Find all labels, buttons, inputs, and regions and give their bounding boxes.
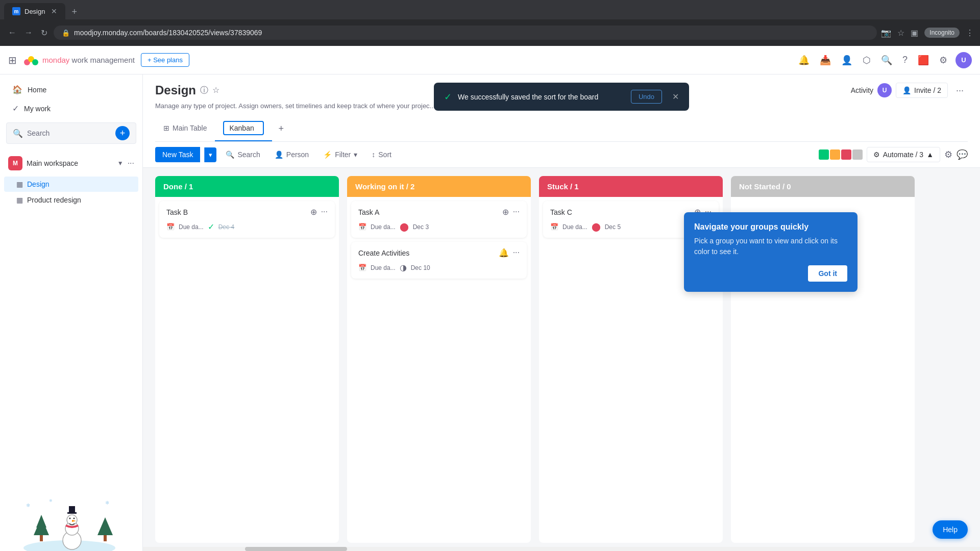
address-bar[interactable]: 🔒 moodjoy.monday.com/boards/1830420525/v… [54,26,877,40]
sidebar-item-home[interactable]: 🏠 Home [4,81,138,98]
back-btn[interactable]: ← [6,26,18,39]
apps-icon[interactable]: 🟥 [916,53,931,68]
kanban-column-done: Done / 1 Task B ⊕ ··· [155,176,339,543]
status-check-icon: ✓ [208,222,214,232]
camera-icon[interactable]: 📷 [881,28,891,38]
column-header-working[interactable]: Working on it / 2 [347,176,531,197]
card-task-b-meta: 📅 Due da... ✓ Dec 4 [166,222,328,232]
filter-action-btn[interactable]: ⚡ Filter ▾ [318,147,362,162]
color-gray[interactable] [852,149,863,160]
toast-close-btn[interactable]: ✕ [672,92,679,102]
automate-btn[interactable]: ⚙ Automate / 3 ▲ [867,147,940,162]
workspace-header[interactable]: M Main workspace ▼ ··· [0,152,142,174]
bell-icon[interactable]: 🔔 [796,53,812,68]
sidebar-icon[interactable]: ▣ [911,28,918,38]
more-options-btn[interactable]: ··· [952,83,968,98]
toast-undo-btn[interactable]: Undo [631,90,662,104]
people-icon[interactable]: 👤 [839,53,854,68]
chat-icon[interactable]: 💬 [957,149,968,160]
refresh-btn[interactable]: ↻ [39,26,50,40]
card-more-btn[interactable]: ··· [321,207,328,217]
see-plans-btn[interactable]: + See plans [141,53,189,67]
svg-rect-8 [104,535,107,541]
card-activities-bell[interactable]: 🔔 [499,248,509,258]
apps-grid-icon[interactable]: ⊞ [8,54,17,66]
sort-action-btn[interactable]: ↕ Sort [366,147,397,162]
svg-text:❄: ❄ [26,503,30,508]
card-a-more-btn[interactable]: ··· [513,207,520,217]
invite-label: Invite / 2 [914,86,941,94]
column-header-done[interactable]: Done / 1 [155,176,339,197]
star-icon[interactable]: ☆ [897,28,904,38]
color-group-bar[interactable] [819,149,863,160]
sidebar-board-product-redesign[interactable]: ▦ Product redesign [4,192,138,208]
card-a-add-btn[interactable]: ⊕ [502,207,509,217]
new-task-btn[interactable]: New Task [155,147,200,162]
search-action-btn[interactable]: 🔍 Search [220,147,265,162]
filter-icon: ⚡ [323,151,332,159]
help-button[interactable]: Help [933,520,968,539]
add-tab-btn[interactable]: + [272,118,290,139]
sidebar-item-mywork[interactable]: ✓ My work [4,99,138,117]
tab-kanban[interactable] [215,116,272,141]
settings-icon[interactable]: ⚙ [937,53,949,68]
new-tab-btn[interactable]: + [67,5,81,19]
card-task-a-meta: 📅 Due da... ⬤ Dec 3 [358,222,520,232]
board-settings-icon[interactable]: ⚙ [944,149,952,160]
workspace-chevron-icon: ▼ [117,160,124,167]
color-orange[interactable] [830,149,840,160]
snowman-illustration: ❄ ❄ ❄ [10,484,112,545]
card-add-btn[interactable]: ⊕ [310,207,317,217]
scrollbar-thumb[interactable] [245,547,347,551]
card-activities-more-btn[interactable]: ··· [513,248,520,258]
board-product-label: Product redesign [27,196,81,204]
active-tab[interactable]: m Design ✕ [4,3,65,19]
new-task-dropdown-btn[interactable]: ▾ [204,147,216,162]
color-red[interactable] [841,149,851,160]
tab-close-btn[interactable]: ✕ [51,7,57,15]
calendar-icon: 📅 [166,223,175,231]
logo-suffix: work management [69,56,135,64]
person-action-btn[interactable]: 👤 Person [270,147,314,162]
workspace-more-icon[interactable]: ··· [128,159,134,168]
task-b-date: Dec 4 [218,223,234,231]
integrations-icon[interactable]: ⬡ [861,53,873,68]
sidebar: 🏠 Home ✓ My work 🔍 Search + M Main works… [0,74,143,551]
svg-marker-5 [36,515,46,528]
column-header-not-started[interactable]: Not Started / 0 [731,176,915,197]
activity-label: Activity [851,86,873,94]
search-icon[interactable]: 🔍 [879,53,894,68]
star-board-icon[interactable]: ☆ [212,85,219,96]
horizontal-scrollbar[interactable] [143,547,980,551]
forward-btn[interactable]: → [22,26,35,39]
card-task-b-title: Task B [166,208,188,216]
logo-brand: monday [42,56,69,64]
invite-btn[interactable]: 👤 Invite / 2 [896,83,948,98]
info-icon[interactable]: ⓘ [200,85,208,96]
column-header-stuck[interactable]: Stuck / 1 [539,176,723,197]
svg-rect-16 [69,506,75,513]
inbox-icon[interactable]: 📥 [818,53,833,68]
user-avatar[interactable]: U [955,52,972,68]
address-text: moodjoy.monday.com/boards/1830420525/vie… [74,29,262,37]
card-activities-meta: 📅 Due da... ◑ Dec 10 [358,263,520,272]
color-green[interactable] [819,149,829,160]
status-warning-c-icon: ⬤ [592,222,601,232]
got-it-btn[interactable]: Got it [808,265,847,282]
automate-chevron-icon: ▲ [926,151,934,159]
menu-icon[interactable]: ⋮ [966,28,974,38]
sidebar-add-btn[interactable]: + [115,126,130,140]
sidebar-board-design[interactable]: ▦ Design [4,177,138,192]
tab-main-table[interactable]: ⊞ Main Table [155,119,215,138]
browser-chrome: m Design ✕ + ← → ↻ 🔒 moodjoy.monday.com/… [0,0,980,46]
sidebar-search[interactable]: 🔍 Search + [6,122,136,144]
search-label: Search [237,151,260,159]
card-activities-title: Create Activities [358,249,409,257]
logo-area: monday work management [23,52,135,68]
help-icon[interactable]: ? [900,53,910,67]
person-label: Person [286,151,309,159]
svg-text:❄: ❄ [105,500,109,506]
card-activities-actions: 🔔 ··· [499,248,520,258]
filter-label: Filter [335,151,351,159]
kanban-tab-input[interactable] [223,121,264,135]
